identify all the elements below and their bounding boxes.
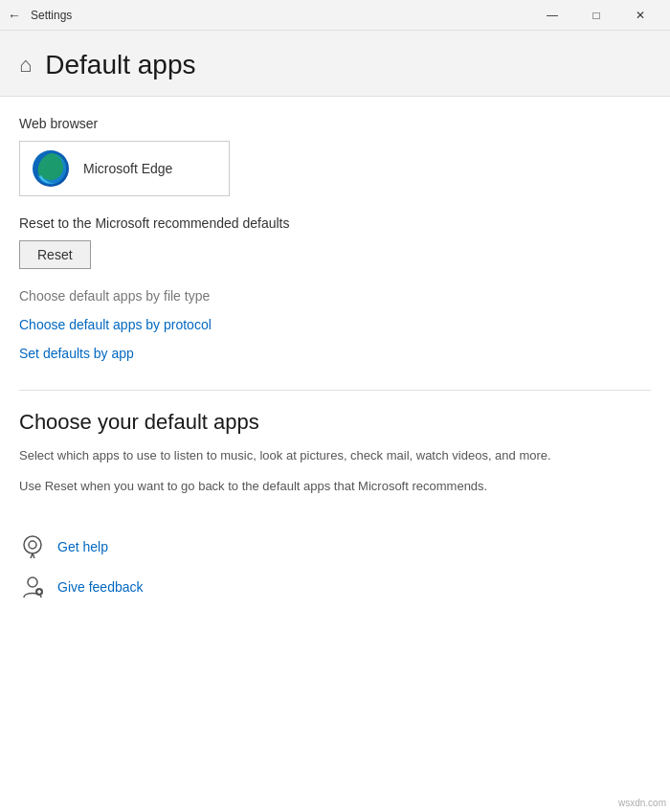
give-feedback-link[interactable]: Give feedback	[57, 579, 144, 595]
protocol-link[interactable]: Choose default apps by protocol	[19, 317, 651, 332]
file-type-text: Choose default apps by file type	[19, 288, 651, 304]
browser-app-name: Microsoft Edge	[83, 161, 172, 176]
title-bar-controls: — □ ✕	[530, 0, 662, 31]
title-bar-left: ← Settings	[8, 8, 72, 23]
page-content: ⌂ Default apps Web browser	[0, 31, 670, 812]
reset-label: Reset to the Microsoft recommended defau…	[19, 215, 651, 231]
links-section: Choose default apps by file type Choose …	[19, 288, 651, 361]
get-help-icon	[19, 533, 46, 560]
browser-app-selector[interactable]: Microsoft Edge	[19, 141, 230, 196]
title-bar: ← Settings — □ ✕	[0, 0, 670, 31]
svg-line-4	[33, 553, 34, 558]
svg-point-2	[29, 541, 36, 549]
edge-icon	[32, 149, 70, 188]
set-defaults-link[interactable]: Set defaults by app	[19, 346, 651, 361]
home-icon: ⌂	[19, 53, 32, 78]
minimize-button[interactable]: —	[530, 0, 574, 31]
help-section: Get help Give feedback	[19, 533, 651, 600]
get-help-link[interactable]: Get help	[57, 539, 108, 554]
maximize-button[interactable]: □	[574, 0, 618, 31]
title-bar-title: Settings	[31, 9, 72, 22]
page-title: Default apps	[45, 50, 195, 80]
reset-button[interactable]: Reset	[19, 240, 91, 269]
back-button[interactable]: ←	[8, 8, 21, 23]
main-content: Web browser	[0, 97, 670, 620]
give-feedback-item: Give feedback	[19, 574, 651, 600]
give-feedback-icon	[19, 574, 46, 600]
choose-defaults-section: Choose your default apps Select which ap…	[19, 390, 651, 495]
get-help-item: Get help	[19, 533, 651, 560]
svg-point-1	[24, 536, 41, 553]
svg-point-5	[28, 577, 37, 587]
choose-heading: Choose your default apps	[19, 410, 651, 435]
web-browser-label: Web browser	[19, 116, 651, 131]
web-browser-section: Web browser	[19, 116, 651, 196]
description-1: Select which apps to use to listen to mu…	[19, 446, 651, 465]
close-button[interactable]: ✕	[618, 0, 662, 31]
page-header: ⌂ Default apps	[0, 31, 670, 97]
watermark: wsxdn.com	[618, 798, 666, 808]
description-2: Use Reset when you want to go back to th…	[19, 477, 651, 496]
reset-section: Reset to the Microsoft recommended defau…	[19, 215, 651, 269]
